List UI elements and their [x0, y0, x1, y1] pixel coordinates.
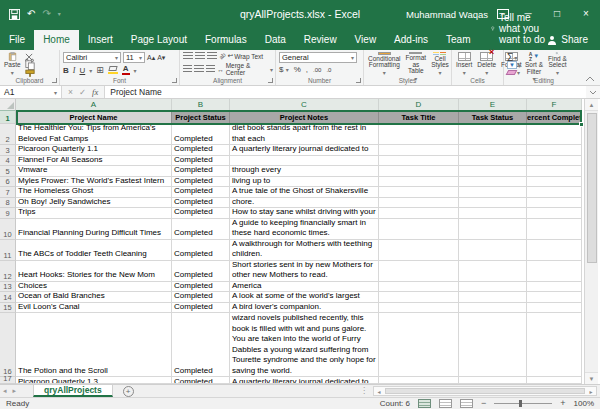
cell[interactable]: [527, 261, 582, 282]
format-as-table-button[interactable]: Format as Table▾: [405, 52, 428, 76]
cell[interactable]: [459, 292, 527, 303]
row-number[interactable]: 16: [0, 313, 16, 377]
cell[interactable]: Short stories sent in by new Mothers for…: [230, 261, 379, 282]
cell[interactable]: Everything You Didn't Know About Vmware: [16, 166, 172, 177]
font-color-dropdown-icon[interactable]: ▾: [134, 67, 137, 74]
save-icon[interactable]: [9, 9, 20, 20]
column-header-f[interactable]: F: [527, 99, 582, 111]
cell[interactable]: [379, 166, 459, 177]
align-center-button[interactable]: [194, 65, 203, 73]
row-number[interactable]: 3: [0, 145, 16, 156]
cell[interactable]: [527, 313, 582, 377]
cell[interactable]: [379, 208, 459, 219]
horizontal-scroll-thumb[interactable]: [385, 388, 585, 394]
cell[interactable]: Heart Hooks: Stories for the New Mom: [16, 261, 172, 282]
new-sheet-button[interactable]: +: [123, 386, 134, 397]
cell[interactable]: Myles Prower: The World's Fastest Intern: [16, 177, 172, 188]
normal-view-button[interactable]: [418, 399, 431, 408]
zoom-slider-handle[interactable]: [519, 400, 522, 407]
row-number[interactable]: 2: [0, 124, 16, 145]
cell[interactable]: [527, 240, 582, 261]
cell[interactable]: Completed: [172, 145, 230, 156]
cell[interactable]: [527, 208, 582, 219]
cell[interactable]: We're Almost There: Car Games for Long T…: [16, 208, 172, 219]
fill-button[interactable]: ▼▾: [507, 61, 521, 69]
header-cell[interactable]: Task Title: [379, 111, 459, 124]
align-middle-button[interactable]: [195, 52, 205, 60]
cell[interactable]: Evil Loon's Canal: [16, 303, 172, 314]
ribbon-tab-team[interactable]: Team: [437, 30, 479, 50]
ribbon-tab-view[interactable]: View: [346, 30, 386, 50]
row-number[interactable]: 5: [0, 166, 16, 177]
clipboard-dialog-launcher[interactable]: [52, 78, 57, 83]
prev-sheet-icon[interactable]: ◂: [0, 385, 10, 397]
cell[interactable]: [527, 124, 582, 145]
comma-format-button[interactable]: ,: [306, 65, 308, 74]
conditional-formatting-button[interactable]: Conditional Formatting▾: [367, 52, 402, 76]
font-name-select[interactable]: Calibri▾: [63, 52, 121, 63]
row-number[interactable]: 10: [0, 219, 16, 240]
formula-content[interactable]: Project Name: [105, 86, 586, 98]
autosum-button[interactable]: Σ▾: [507, 53, 521, 61]
cell[interactable]: Completed: [172, 282, 230, 293]
cell[interactable]: The ABCs of Toddler Teeth Cleaning: [16, 240, 172, 261]
cell[interactable]: [459, 145, 527, 156]
vertical-scrollbar[interactable]: ▲ ▼: [584, 99, 598, 384]
cell[interactable]: A definitive look back at politics in Am…: [230, 282, 379, 293]
font-color-button[interactable]: A: [122, 65, 130, 75]
cell[interactable]: Completed: [172, 156, 230, 167]
ribbon-tab-review[interactable]: Review: [295, 30, 346, 50]
cell[interactable]: [379, 198, 459, 209]
ribbon-tab-file[interactable]: File: [0, 30, 34, 50]
row-number[interactable]: 7: [0, 187, 16, 198]
expand-formula-bar-icon[interactable]: [586, 86, 600, 98]
wrap-text-button[interactable]: ↩Wrap Text: [228, 52, 263, 60]
cell[interactable]: [379, 377, 459, 384]
ribbon-tab-formulas[interactable]: Formulas: [196, 30, 256, 50]
find-select-button[interactable]: Find & Select▾: [547, 52, 568, 76]
next-sheet-icon[interactable]: ▸: [10, 385, 20, 397]
cell-styles-button[interactable]: Cell Styles▾: [430, 52, 450, 76]
cell[interactable]: A quarterly literary journal dedicated t…: [230, 145, 379, 156]
number-dialog-launcher[interactable]: [356, 78, 361, 83]
zoom-slider[interactable]: [494, 403, 552, 404]
row-number[interactable]: 1: [0, 111, 16, 124]
row-number[interactable]: 13: [0, 282, 16, 293]
align-left-button[interactable]: [183, 65, 192, 73]
italic-button[interactable]: I: [73, 66, 76, 75]
cell[interactable]: [527, 219, 582, 240]
cell[interactable]: [527, 198, 582, 209]
cell[interactable]: [527, 282, 582, 293]
cell[interactable]: [459, 166, 527, 177]
maximize-button[interactable]: □: [547, 0, 567, 28]
underline-button[interactable]: U: [79, 66, 85, 75]
cell[interactable]: Mr. Davis walks the average user through…: [230, 166, 379, 177]
column-header-d[interactable]: D: [379, 99, 459, 111]
cell[interactable]: Financial Planning During Difficult Time…: [16, 219, 172, 240]
align-bottom-button[interactable]: [207, 52, 217, 60]
cell[interactable]: Completed: [172, 377, 230, 384]
cell[interactable]: Ocean of Bald Branches: [16, 292, 172, 303]
cell[interactable]: [459, 219, 527, 240]
row-number[interactable]: 6: [0, 177, 16, 188]
cell[interactable]: [379, 240, 459, 261]
cell[interactable]: The Healthier You: Tips from America's B…: [16, 124, 172, 145]
insert-cells-button[interactable]: Insert▾: [455, 52, 473, 76]
select-all-corner[interactable]: [0, 99, 16, 111]
cell[interactable]: Completed: [172, 292, 230, 303]
header-cell[interactable]: Percent Complete: [527, 111, 582, 124]
alignment-dialog-launcher[interactable]: [268, 78, 273, 83]
cell[interactable]: [459, 303, 527, 314]
user-name[interactable]: Muhammad Waqas: [406, 9, 488, 20]
close-button[interactable]: ×: [576, 0, 596, 28]
row-number[interactable]: 9: [0, 208, 16, 219]
scroll-down-icon[interactable]: ▼: [585, 372, 598, 384]
ribbon-tab-page-layout[interactable]: Page Layout: [122, 30, 196, 50]
bold-button[interactable]: B: [63, 66, 69, 75]
cell[interactable]: How to stay sane whilst driving with you…: [230, 208, 379, 219]
share-button[interactable]: Share: [547, 34, 600, 50]
page-layout-view-button[interactable]: [439, 399, 452, 408]
cell[interactable]: [459, 198, 527, 209]
cell[interactable]: [527, 177, 582, 188]
ribbon-display-options-icon[interactable]: [497, 9, 509, 19]
